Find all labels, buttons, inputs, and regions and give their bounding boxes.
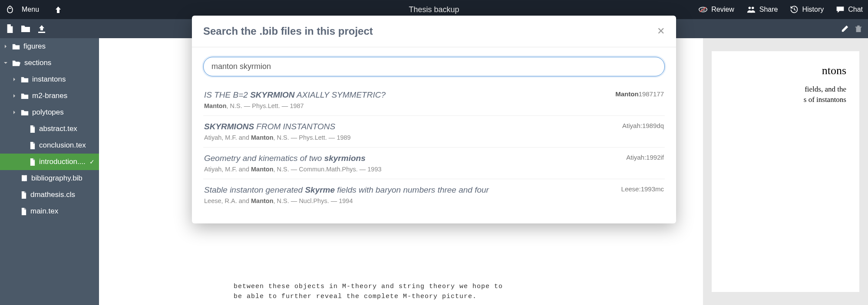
svg-point-4 xyxy=(752,7,754,9)
result-meta: Atiyah, M.F. and Manton, N.S. — Commun.M… xyxy=(204,166,617,173)
svg-point-3 xyxy=(748,7,751,9)
modal-backdrop: Search the .bib files in this project ✕ … xyxy=(0,19,868,305)
review-label: Review xyxy=(711,6,734,13)
result-citekey: Atiyah:1992if xyxy=(626,154,664,161)
result-citekey: Leese:1993mc xyxy=(621,185,664,193)
review-icon: Ab xyxy=(698,5,708,14)
result-meta: Leese, R.A. and Manton, N.S. — Nucl.Phys… xyxy=(204,197,613,204)
result-citekey: Manton1987177 xyxy=(615,90,664,98)
search-result[interactable]: Geometry and kinematics of two skyrmions… xyxy=(203,148,665,179)
history-button[interactable]: History xyxy=(790,5,824,14)
share-button[interactable]: Share xyxy=(746,6,778,13)
up-level-icon[interactable] xyxy=(55,6,62,13)
search-results: IS THE B=2 SKYRMION AXIALLY SYMMETRIC?Ma… xyxy=(203,84,665,210)
project-title: Thesis backup xyxy=(409,5,459,14)
result-meta: Manton, N.S. — Phys.Lett. — 1987 xyxy=(204,102,607,109)
modal-title: Search the .bib files in this project xyxy=(203,25,373,37)
share-label: Share xyxy=(759,6,778,13)
result-title: Stable instanton generated Skyrme fields… xyxy=(204,185,613,195)
search-result[interactable]: IS THE B=2 SKYRMION AXIALLY SYMMETRIC?Ma… xyxy=(203,84,665,116)
result-title: IS THE B=2 SKYRMION AXIALLY SYMMETRIC? xyxy=(204,90,607,100)
review-button[interactable]: Ab Review xyxy=(698,5,734,14)
bib-search-input[interactable] xyxy=(203,57,665,76)
bib-search-modal: Search the .bib files in this project ✕ … xyxy=(192,16,676,223)
app-logo-icon[interactable] xyxy=(5,5,15,14)
chat-icon xyxy=(836,6,845,13)
result-meta: Atiyah, M.F. and Manton, N.S. — Phys.Let… xyxy=(204,134,614,141)
chat-button[interactable]: Chat xyxy=(836,6,863,13)
share-icon xyxy=(746,6,756,13)
chat-label: Chat xyxy=(848,6,863,13)
search-result[interactable]: SKYRMIONS FROM INSTANTONSAtiyah, M.F. an… xyxy=(203,116,665,148)
result-citekey: Atiyah:1989dq xyxy=(622,122,664,129)
result-title: SKYRMIONS FROM INSTANTONS xyxy=(204,122,614,131)
menu-button[interactable]: Menu xyxy=(22,6,39,13)
history-icon xyxy=(790,5,799,14)
search-result[interactable]: Stable instanton generated Skyrme fields… xyxy=(203,179,665,210)
history-label: History xyxy=(802,6,824,13)
result-title: Geometry and kinematics of two skyrmions xyxy=(204,154,617,163)
close-icon: ✕ xyxy=(657,26,665,36)
modal-close-button[interactable]: ✕ xyxy=(657,26,665,37)
